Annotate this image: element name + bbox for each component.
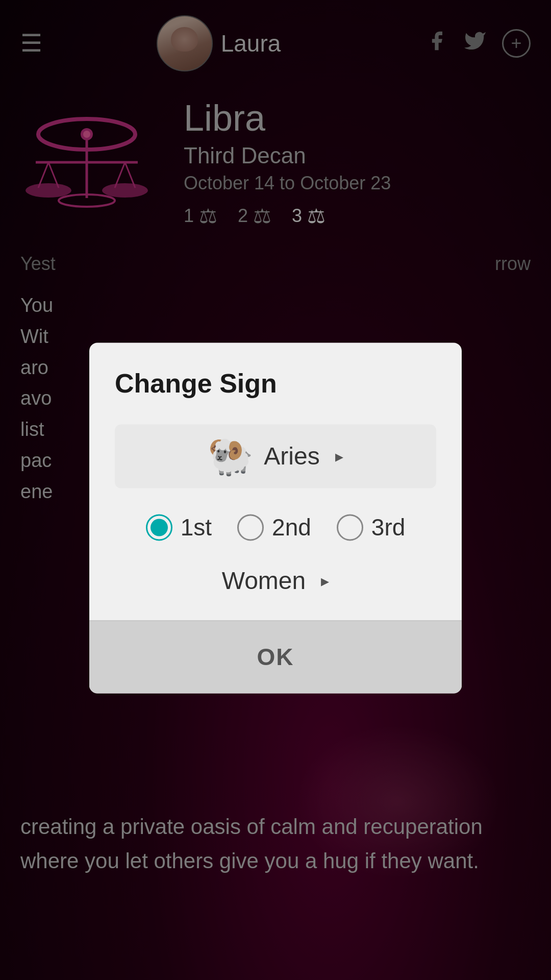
radio-1st[interactable]: 1st (146, 513, 212, 541)
radio-1st-label: 1st (181, 513, 212, 541)
radio-2nd[interactable]: 2nd (237, 513, 311, 541)
radio-3rd[interactable]: 3rd (337, 513, 405, 541)
modal-title: Change Sign (115, 368, 436, 399)
radio-2nd-circle[interactable] (237, 514, 264, 541)
gender-dropdown-arrow: ▸ (321, 571, 329, 591)
sign-dropdown-arrow: ▸ (335, 447, 343, 466)
radio-3rd-label: 3rd (371, 513, 405, 541)
radio-2nd-label: 2nd (272, 513, 311, 541)
radio-3rd-circle[interactable] (337, 514, 363, 541)
aries-emoji: 🐏 (208, 434, 254, 478)
gender-label: Women (222, 567, 306, 595)
sign-dropdown[interactable]: 🐏 Aries ▸ (115, 424, 436, 488)
change-sign-modal: Change Sign 🐏 Aries ▸ 1st 2nd 3rd Women … (89, 342, 462, 693)
radio-1st-circle[interactable] (146, 514, 172, 541)
radio-1st-inner (151, 519, 168, 536)
gender-selector[interactable]: Women ▸ (115, 567, 436, 595)
ok-button[interactable]: OK (89, 620, 462, 693)
decan-radio-group: 1st 2nd 3rd (115, 513, 436, 541)
sign-selector-label: Aries (264, 442, 319, 470)
